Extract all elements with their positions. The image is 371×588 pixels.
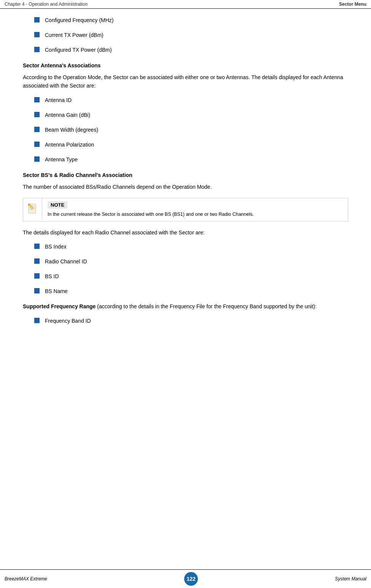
bullet-label: BS Index	[45, 243, 67, 251]
bullet-square-icon	[34, 156, 40, 162]
bullet-square-icon	[34, 17, 40, 22]
list-item: Beam Width (degrees)	[23, 126, 348, 134]
page-header: Chapter 4 - Operation and Administration…	[0, 0, 371, 9]
note-text: In the current release the Sector is ass…	[48, 211, 342, 218]
top-bullets: Configured Frequency (MHz) Current TX Po…	[23, 16, 348, 54]
note-content: NOTE In the current release the Sector i…	[42, 198, 348, 221]
supported-para: Supported Frequency Range (according to …	[23, 302, 348, 311]
list-item: BS ID	[23, 272, 348, 280]
main-content: Configured Frequency (MHz) Current TX Po…	[0, 9, 371, 355]
bullet-square-icon	[34, 127, 40, 132]
bullet-label: BS Name	[45, 287, 68, 295]
bullet-label: Antenna Gain (dBi)	[45, 111, 90, 119]
bullet-label: Configured Frequency (MHz)	[45, 16, 114, 24]
antenna-section-para: According to the Operation Mode, the Sec…	[23, 73, 348, 90]
footer-right: System Manual	[335, 576, 366, 582]
bullet-square-icon	[34, 97, 40, 102]
antenna-section-heading: Sector Antenna's Associations	[23, 62, 348, 69]
supported-rest: (according to the details in the Frequen…	[96, 303, 317, 309]
bullet-square-icon	[34, 244, 40, 249]
chapter-title: Chapter 4 - Operation and Administration	[5, 2, 88, 7]
bullet-square-icon	[34, 318, 40, 323]
list-item: Configured Frequency (MHz)	[23, 16, 348, 24]
bullet-label: Frequency Band ID	[45, 317, 91, 325]
list-item: Configured TX Power (dBm)	[23, 46, 348, 54]
page-footer: BreezeMAX Extreme 122 System Manual	[0, 569, 371, 588]
list-item: Antenna ID	[23, 96, 348, 104]
bullet-square-icon	[34, 47, 40, 52]
bs-section-heading: Sector BS's & Radio Channel's Associatio…	[23, 172, 348, 178]
list-item: BS Name	[23, 287, 348, 295]
list-item: Antenna Type	[23, 156, 348, 164]
bullet-label: Radio Channel ID	[45, 258, 87, 266]
footer-left: BreezeMAX Extreme	[5, 576, 47, 582]
bullet-label: Antenna Type	[45, 156, 78, 164]
list-item: Current TX Power (dBm)	[23, 31, 348, 39]
antenna-section: Sector Antenna's Associations According …	[23, 62, 348, 164]
note-icon-col	[23, 198, 42, 220]
bs-section-para: The number of associated BSs/Radio Chann…	[23, 183, 348, 191]
supported-section: Supported Frequency Range (according to …	[23, 302, 348, 325]
section-title: Sector Menu	[339, 2, 366, 7]
bullet-square-icon	[34, 32, 40, 37]
list-item: Antenna Gain (dBi)	[23, 111, 348, 119]
after-note-para: The details displayed for each Radio Cha…	[23, 228, 348, 237]
list-item: Antenna Polarization	[23, 141, 348, 149]
page-number: 122	[184, 572, 198, 586]
list-item: Radio Channel ID	[23, 258, 348, 266]
list-item: BS Index	[23, 243, 348, 251]
bullet-label: Antenna Polarization	[45, 141, 94, 149]
bullet-square-icon	[34, 273, 40, 279]
bullet-square-icon	[34, 258, 40, 264]
bullet-label: Configured TX Power (dBm)	[45, 46, 112, 54]
bullet-label: Antenna ID	[45, 96, 72, 104]
bullet-square-icon	[34, 112, 40, 117]
pencil-icon	[27, 203, 39, 215]
bs-section: Sector BS's & Radio Channel's Associatio…	[23, 172, 348, 296]
bullet-label: Beam Width (degrees)	[45, 126, 98, 134]
bullet-label: BS ID	[45, 272, 59, 280]
supported-bold: Supported Frequency Range	[23, 303, 96, 309]
note-box: NOTE In the current release the Sector i…	[23, 198, 348, 221]
list-item: Frequency Band ID	[23, 317, 348, 325]
note-label: NOTE	[48, 201, 67, 209]
bullet-square-icon	[34, 142, 40, 147]
bullet-square-icon	[34, 288, 40, 293]
bullet-label: Current TX Power (dBm)	[45, 31, 103, 39]
